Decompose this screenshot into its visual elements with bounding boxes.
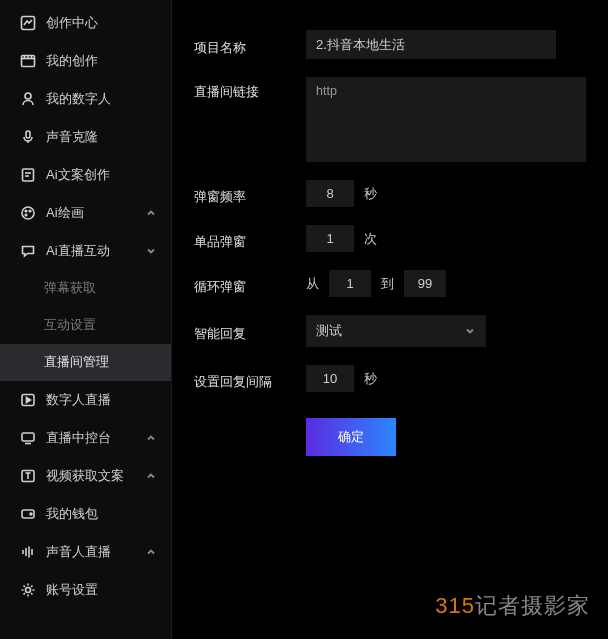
sidebar-item-ai-live-interact[interactable]: Ai直播互动 <box>0 232 171 270</box>
submit-button[interactable]: 确定 <box>306 418 396 456</box>
sidebar-item-interact-settings[interactable]: 互动设置 <box>0 307 171 344</box>
live-link-textarea[interactable] <box>306 77 586 162</box>
sidebar-item-creation-center[interactable]: 创作中心 <box>0 4 171 42</box>
sidebar-item-my-wallet[interactable]: 我的钱包 <box>0 495 171 533</box>
loop-to-label: 到 <box>381 275 394 293</box>
svg-point-12 <box>22 207 34 219</box>
single-popup-label: 单品弹窗 <box>194 227 306 251</box>
sidebar-item-label: 我的钱包 <box>46 505 157 523</box>
sidebar-item-video-to-text[interactable]: 视频获取文案 <box>0 457 171 495</box>
chevron-down-icon <box>464 325 476 337</box>
loop-from-label: 从 <box>306 275 319 293</box>
film-icon <box>20 53 36 69</box>
sidebar-item-my-creations[interactable]: 我的创作 <box>0 42 171 80</box>
reply-interval-label: 设置回复间隔 <box>194 367 306 391</box>
sidebar-item-ai-paint[interactable]: Ai绘画 <box>0 194 171 232</box>
main-content: 项目名称 直播间链接 弹窗频率 秒 单品弹窗 次 循环弹窗 从 到 智能回复 <box>172 0 608 639</box>
sidebar-item-label: 声音克隆 <box>46 128 157 146</box>
sidebar-item-label: 我的数字人 <box>46 90 157 108</box>
svg-rect-7 <box>26 131 30 138</box>
sidebar-item-avatar-live[interactable]: 数字人直播 <box>0 381 171 419</box>
sidebar: 创作中心 我的创作 我的数字人 声音克隆 Ai文案创作 Ai绘画 Ai直播互动 <box>0 0 172 639</box>
sidebar-item-danmu-fetch[interactable]: 弹幕获取 <box>0 270 171 307</box>
svg-point-29 <box>26 588 31 593</box>
chart-icon <box>20 15 36 31</box>
chat-icon <box>20 243 36 259</box>
chevron-up-icon <box>145 207 157 219</box>
palette-icon <box>20 205 36 221</box>
reply-interval-input[interactable] <box>306 365 354 392</box>
sidebar-item-my-avatar[interactable]: 我的数字人 <box>0 80 171 118</box>
svg-point-6 <box>25 93 31 99</box>
sidebar-item-account-settings[interactable]: 账号设置 <box>0 571 171 609</box>
loop-popup-label: 循环弹窗 <box>194 272 306 296</box>
chevron-up-icon <box>145 470 157 482</box>
project-name-label: 项目名称 <box>194 33 306 57</box>
sidebar-item-label: Ai文案创作 <box>46 166 157 184</box>
sidebar-item-label: 数字人直播 <box>46 391 157 409</box>
sidebar-item-label: 互动设置 <box>44 317 157 334</box>
popup-rate-unit: 秒 <box>364 185 377 203</box>
svg-rect-9 <box>23 169 34 181</box>
project-name-input[interactable] <box>306 30 556 59</box>
person-icon <box>20 91 36 107</box>
select-value: 测试 <box>316 322 342 340</box>
chevron-up-icon <box>145 546 157 558</box>
sidebar-item-label: Ai绘画 <box>46 204 135 222</box>
smart-reply-label: 智能回复 <box>194 319 306 343</box>
sidebar-item-label: 账号设置 <box>46 581 157 599</box>
wallet-icon <box>20 506 36 522</box>
sidebar-item-label: Ai直播互动 <box>46 242 135 260</box>
reply-interval-unit: 秒 <box>364 370 377 388</box>
doc-ai-icon <box>20 167 36 183</box>
sidebar-item-label: 创作中心 <box>46 14 157 32</box>
console-icon <box>20 430 36 446</box>
sidebar-item-label: 我的创作 <box>46 52 157 70</box>
sidebar-item-live-console[interactable]: 直播中控台 <box>0 419 171 457</box>
sidebar-item-label: 视频获取文案 <box>46 467 135 485</box>
sidebar-item-label: 直播间管理 <box>44 354 157 371</box>
svg-marker-17 <box>27 398 31 403</box>
svg-rect-18 <box>22 433 34 441</box>
loop-to-input[interactable] <box>404 270 446 297</box>
play-icon <box>20 392 36 408</box>
svg-point-14 <box>29 210 31 212</box>
gear-icon <box>20 582 36 598</box>
mic-icon <box>20 129 36 145</box>
popup-rate-input[interactable] <box>306 180 354 207</box>
sidebar-item-label: 声音人直播 <box>46 543 135 561</box>
sidebar-item-room-manage[interactable]: 直播间管理 <box>0 344 171 381</box>
sidebar-item-label: 直播中控台 <box>46 429 135 447</box>
sidebar-item-voice-live[interactable]: 声音人直播 <box>0 533 171 571</box>
sidebar-item-voice-clone[interactable]: 声音克隆 <box>0 118 171 156</box>
text-box-icon <box>20 468 36 484</box>
chevron-up-icon <box>145 432 157 444</box>
popup-rate-label: 弹窗频率 <box>194 182 306 206</box>
sidebar-item-ai-copywriting[interactable]: Ai文案创作 <box>0 156 171 194</box>
sidebar-item-label: 弹幕获取 <box>44 280 157 297</box>
live-link-label: 直播间链接 <box>194 77 306 101</box>
single-popup-unit: 次 <box>364 230 377 248</box>
smart-reply-select[interactable]: 测试 <box>306 315 486 347</box>
loop-from-input[interactable] <box>329 270 371 297</box>
svg-point-13 <box>25 210 27 212</box>
sound-bars-icon <box>20 544 36 560</box>
chevron-down-icon <box>145 245 157 257</box>
svg-point-24 <box>30 513 32 515</box>
single-popup-input[interactable] <box>306 225 354 252</box>
svg-point-15 <box>25 214 27 216</box>
